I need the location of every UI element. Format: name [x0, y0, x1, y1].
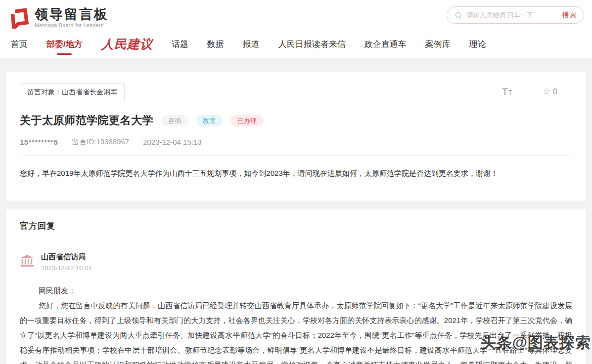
star-icon: ☆: [543, 86, 550, 97]
font-toggle-large-glyph: T: [501, 86, 508, 97]
message-id: 留言ID:19388967: [72, 137, 129, 147]
message-author-phone: 15********5: [20, 138, 58, 146]
nav-item-reader-letters[interactable]: 人民日报读者来信: [278, 31, 346, 58]
search-button[interactable]: 搜索: [562, 11, 576, 20]
favorite-count: 0: [553, 87, 557, 96]
font-size-toggle[interactable]: TT: [501, 86, 512, 97]
nav-item-theory[interactable]: 理论: [469, 31, 486, 58]
reply-text: 您好，您在留言中反映的有关问题，山西省信访局已经受理并转交山西省教育厅具体承办，…: [20, 298, 572, 364]
logo-speech-frame-icon: [8, 7, 30, 29]
main-nav: 首页 部委/地方 人民建议 话题 数据 报道 人民日报读者来信 政企直通车 案例…: [8, 31, 584, 58]
reply-body: 网民朋友： 您好，您在留言中反映的有关问题，山西省信访局已经受理并转交山西省教育…: [20, 283, 572, 364]
divider: [20, 155, 572, 156]
nav-item-home[interactable]: 首页: [11, 31, 28, 58]
logo-subtitle: Message Board for Leaders: [35, 22, 109, 28]
site-header: 领导留言板 Message Board for Leaders 搜索 首页 部委…: [0, 0, 592, 58]
search-box: 搜索: [447, 6, 584, 24]
reply-salutation: 网民朋友：: [20, 283, 572, 298]
message-title: 关于太原师范学院更名大学: [20, 113, 153, 128]
site-logo[interactable]: 领导留言板 Message Board for Leaders: [8, 7, 109, 29]
nav-item-case-library[interactable]: 案例库: [425, 31, 451, 58]
reply-author-name: 山西省信访局: [41, 252, 92, 262]
tag-category: 咨询: [161, 115, 188, 126]
tag-status: 已办理: [230, 115, 264, 126]
nav-item-data[interactable]: 数据: [207, 31, 224, 58]
font-toggle-small-glyph: T: [508, 89, 512, 97]
reply-author-block: 山西省信访局 2023-12-12 10:01: [20, 252, 572, 272]
nav-item-ministries-regions[interactable]: 部委/地方: [46, 31, 83, 58]
reply-date: 2023-12-12 10:01: [41, 264, 92, 272]
nav-item-topics[interactable]: 话题: [172, 31, 188, 58]
search-icon: [455, 11, 462, 19]
message-card-actions: TT ☆ 0: [501, 86, 557, 97]
nav-item-gov-business-express[interactable]: 政企直通车: [364, 31, 407, 58]
message-content: 您好，早在2019年太原师范学院更名大学作为山西十三五规划事项，如今到2023年…: [20, 167, 572, 180]
reply-section-title: 官方回复: [20, 220, 572, 232]
nav-item-peoples-suggestions[interactable]: 人民建议: [101, 31, 153, 58]
favorite-button[interactable]: ☆ 0: [543, 86, 557, 97]
search-input[interactable]: [467, 11, 562, 19]
nav-item-reports[interactable]: 报道: [243, 31, 260, 58]
government-building-icon: [20, 253, 35, 268]
logo-title: 领导留言板: [35, 7, 109, 21]
message-card: 留言对象：山西省省长金湘军 TT ☆ 0 关于太原师范学院更名大学 咨询 教育 …: [6, 72, 586, 201]
tag-domain: 教育: [196, 115, 223, 126]
message-target-label: 留言对象：山西省省长金湘军: [20, 83, 125, 101]
official-reply-card: 官方回复 山西省信访局 2023-12-12 10:01 网民朋友： 您好，您在…: [6, 209, 586, 364]
message-date: 2023-12-04 15:13: [143, 138, 201, 146]
